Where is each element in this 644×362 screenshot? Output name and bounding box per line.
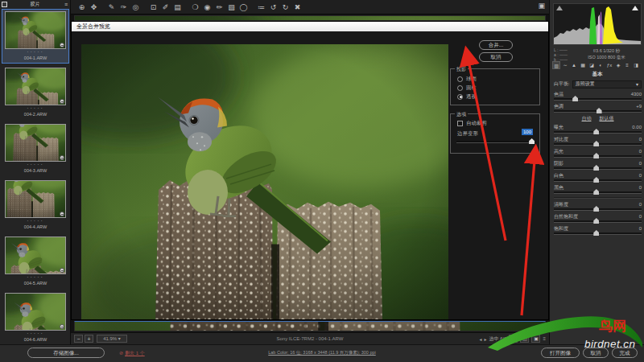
transform-tool-icon[interactable]: ▤ (171, 2, 184, 13)
slider-track[interactable] (554, 179, 642, 182)
tab-effects[interactable]: ƒx (605, 61, 613, 69)
tab-tone-curve[interactable]: ∼ (561, 61, 569, 69)
radio-cylindrical[interactable]: 圆柱 (457, 84, 477, 91)
slider-track[interactable] (554, 143, 642, 146)
slider-label: 饱和度 (554, 225, 568, 232)
options-group-label: 选项 (455, 111, 468, 118)
boundary-warp-slider-thumb[interactable] (529, 138, 535, 144)
slider-track[interactable] (554, 167, 642, 170)
save-image-button[interactable]: 存储图像... (27, 348, 105, 358)
hand-tool-icon[interactable]: ✥ (88, 2, 100, 13)
zoom-out-button[interactable]: − (74, 335, 83, 343)
open-image-button[interactable]: 打开图像 (541, 348, 580, 358)
radio-spherical[interactable]: 球面 (457, 76, 477, 82)
delete-icon[interactable]: ✖ (291, 2, 303, 13)
adjustments-panel: L : —— a : —— b : —— f/3.6 1/320 秒 ISO 1… (549, 0, 644, 344)
preferences-icon[interactable]: ≔ (255, 2, 267, 13)
radio-perspective[interactable]: 透视 (457, 93, 477, 100)
star-rating[interactable]: ····· (4, 105, 67, 112)
color-sampler-tool-icon[interactable]: ✑ (118, 2, 130, 13)
radio-icon[interactable] (457, 94, 463, 100)
slider-track[interactable] (554, 208, 642, 211)
star-rating[interactable]: ····· (4, 331, 67, 337)
filmstrip-thumbnail-4[interactable]: ····· 004-4.ARW (2, 179, 68, 232)
zoom-level-value: 41.9% (103, 336, 117, 341)
slider-track[interactable] (554, 220, 642, 223)
slider-track[interactable] (554, 232, 642, 235)
view-mode-toggle[interactable]: ▣ (531, 335, 540, 343)
star-rating[interactable]: ····· (4, 218, 67, 224)
thumbnail-filename: 004-4.ARW (4, 224, 67, 232)
filmstrip-thumbnail-6[interactable]: ····· 004-6.ARW (2, 291, 68, 344)
workflow-options-link[interactable]: Lab Color; 16 位; 3168 x 3448 (11.9 百万像素)… (177, 350, 467, 356)
view-menu-icon[interactable]: ≡ (543, 336, 546, 341)
zoom-tool-icon[interactable]: ⊕ (76, 2, 88, 13)
highlight-clipping-indicator[interactable] (632, 6, 638, 10)
zoom-level-select[interactable]: 41.9% ▾ (97, 335, 127, 343)
red-eye-tool-icon[interactable]: ◉ (201, 2, 213, 13)
next-image-icon[interactable]: ▸ (484, 336, 486, 342)
tab-hsl[interactable]: ▦ (579, 61, 587, 69)
slider-track[interactable] (554, 191, 642, 194)
split-view-toggle[interactable]: ◫ (520, 335, 529, 343)
crop-tool-icon[interactable]: ⊡ (147, 2, 159, 13)
default-link[interactable]: 默认值 (600, 116, 614, 121)
adjustment-badge (60, 99, 64, 104)
filmstrip-thumbnail-5[interactable]: ····· 004-5.ARW (2, 235, 68, 288)
star-rating[interactable]: ····· (4, 49, 67, 56)
tab-snapshots[interactable]: ◨ (632, 61, 640, 69)
previous-image-icon[interactable]: ◂ (479, 336, 481, 342)
tab-split-toning[interactable]: ◪ (588, 61, 596, 69)
auto-link[interactable]: 自动 (582, 116, 592, 121)
radial-filter-tool-icon[interactable]: ◯ (237, 2, 250, 13)
boundary-warp-slider-track[interactable] (456, 141, 534, 143)
straighten-tool-icon[interactable]: ✐ (159, 2, 171, 13)
tab-presets[interactable]: ≡ (623, 61, 631, 69)
slider-track[interactable] (554, 98, 642, 101)
rotate-left-icon[interactable]: ↺ (267, 2, 279, 13)
auto-crop-option[interactable]: 自动裁剪 (457, 120, 487, 126)
slider-value: 0 (639, 184, 642, 191)
radio-icon[interactable] (457, 76, 463, 82)
marked-for-delete-note[interactable]: ⊘删去 1 个 (119, 350, 145, 357)
shadow-clipping-indicator[interactable] (556, 6, 563, 10)
checkbox-label: 自动裁剪 (466, 120, 487, 127)
dialog-cancel-button[interactable]: 取消 (479, 52, 513, 62)
star-rating[interactable]: ····· (4, 274, 67, 281)
zoom-in-button[interactable]: + (85, 335, 93, 343)
targeted-adjustment-tool-icon[interactable]: ◎ (130, 2, 142, 13)
tab-detail[interactable]: ▲ (570, 61, 578, 69)
before-after-toggle[interactable]: Y (509, 335, 518, 343)
filmstrip-thumbnail-3[interactable]: ····· 004-3.ARW (2, 122, 68, 175)
slider-value: 0 (639, 225, 642, 232)
tab-lens-corrections[interactable]: ◐ (597, 61, 605, 69)
fullscreen-toggle-icon[interactable]: ▣ (538, 2, 545, 10)
rotate-right-icon[interactable]: ↻ (279, 2, 291, 13)
checkbox-icon[interactable] (457, 121, 463, 126)
done-button[interactable]: 完成 (612, 348, 638, 358)
slider-highlights: 高光0 (554, 148, 642, 160)
white-balance-select[interactable]: 原照设置 ▾ (572, 80, 642, 88)
slider-value: 0 (639, 201, 642, 208)
merge-button[interactable]: 合并... (479, 40, 513, 50)
star-rating[interactable]: ····· (4, 162, 67, 168)
histogram-plot (554, 4, 641, 44)
spot-removal-tool-icon[interactable]: ❍ (189, 2, 201, 13)
slider-track[interactable] (554, 110, 642, 113)
chevron-down-icon: ▾ (118, 336, 121, 341)
radio-icon[interactable] (457, 85, 463, 91)
adjustment-brush-tool-icon[interactable]: ✏ (213, 2, 225, 13)
white-balance-tool-icon[interactable]: ✎ (105, 2, 118, 13)
slider-track[interactable] (554, 131, 642, 134)
graduated-filter-tool-icon[interactable]: ▧ (225, 2, 237, 13)
tab-basic[interactable]: ▥ (552, 61, 560, 69)
filmstrip-thumbnail-2[interactable]: ····· 004-2.ARW (2, 66, 68, 119)
filmstrip-thumbnail-1[interactable]: ····· 004-1.ARW (2, 10, 68, 63)
boundary-warp-label-row: 边界变形 (457, 130, 478, 137)
boundary-warp-value[interactable]: 100 (522, 129, 533, 135)
filmstrip-menu-icon[interactable]: ≡ (64, 0, 68, 9)
slider-label: 黑色 (554, 184, 564, 191)
slider-track[interactable] (554, 155, 642, 158)
tab-camera-calibration[interactable]: ◈ (614, 61, 622, 69)
cancel-button[interactable]: 取消 (583, 348, 609, 358)
